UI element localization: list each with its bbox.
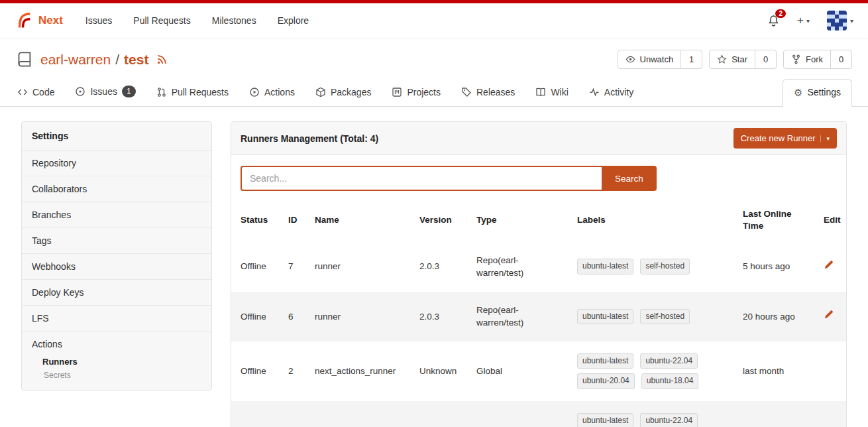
tab-packages[interactable]: Packages: [314, 80, 372, 106]
tab-issues[interactable]: Issues 1: [74, 78, 136, 106]
repo-tabbar: Code Issues 1 Pull Requests Actions Pack…: [0, 78, 868, 107]
runners-table: Status ID Name Version Type Labels Last …: [231, 199, 846, 427]
sidebar-title: Settings: [22, 122, 211, 150]
repo-owner-link[interactable]: earl-warren: [40, 52, 111, 68]
tab-label: Packages: [331, 87, 371, 97]
star-label: Star: [732, 54, 747, 64]
sidebar-item-secrets[interactable]: Secrets: [22, 369, 211, 381]
rss-icon[interactable]: [156, 54, 168, 65]
runner-last-online: last month: [733, 341, 814, 401]
repo-name-link[interactable]: test: [124, 52, 148, 68]
runner-edit-cell: [814, 242, 846, 292]
tab-settings[interactable]: ⚙ Settings: [783, 79, 852, 107]
tab-label: Pull Requests: [172, 87, 229, 97]
settings-sidebar: Settings Repository Collaborators Branch…: [21, 121, 212, 391]
tab-projects[interactable]: Projects: [390, 80, 442, 106]
label-chip: self-hosted: [640, 309, 690, 324]
eye-icon: [625, 54, 635, 64]
sidebar-item-tags[interactable]: Tags: [22, 227, 211, 253]
runner-row: Offline 7 runner 2.0.3 Repo(earl-warren/…: [231, 242, 846, 292]
tab-label: Issues: [90, 86, 117, 97]
forgejo-logo-icon: [15, 11, 33, 30]
label-chip: ubuntu-20.04: [577, 373, 635, 389]
nav-pull-requests[interactable]: Pull Requests: [133, 15, 190, 26]
brand-name: Next: [38, 14, 63, 27]
create-new-menu[interactable]: + ▾: [797, 14, 810, 27]
runner-status: Offline: [231, 401, 279, 427]
runner-row: Offline 6 runner 2.0.3 Repo(earl-warren/…: [231, 292, 846, 341]
unwatch-label: Unwatch: [640, 54, 674, 64]
tab-pull-requests[interactable]: Pull Requests: [155, 80, 230, 106]
sidebar-item-webhooks[interactable]: Webhooks: [22, 253, 211, 279]
nav-milestones[interactable]: Milestones: [212, 15, 256, 26]
home-link[interactable]: Next: [15, 11, 63, 30]
issues-count-badge: 1: [122, 86, 136, 97]
tab-label: Code: [32, 87, 54, 97]
search-bar: Search: [231, 155, 846, 199]
notifications-button[interactable]: 2: [767, 15, 780, 27]
label-chip: ubuntu-latest: [577, 413, 633, 427]
runner-edit-cell: [814, 341, 846, 401]
col-edit: Edit: [814, 199, 846, 241]
runner-id: 2: [279, 341, 305, 401]
edit-runner-button[interactable]: [824, 260, 834, 270]
runner-last-online: last month: [733, 401, 814, 427]
label-chip: ubuntu-22.04: [640, 353, 698, 369]
chevron-down-icon: ▾: [820, 135, 830, 142]
tab-label: Wiki: [551, 87, 568, 97]
runner-row: Offline 2 next_actions_runner Unknown Gl…: [231, 341, 846, 401]
fork-button-group: Fork 0: [783, 50, 852, 69]
chevron-down-icon: ▾: [806, 17, 810, 25]
runner-last-online: 5 hours ago: [733, 242, 814, 292]
col-last-online: Last Online Time: [733, 199, 814, 241]
runner-last-online: 20 hours ago: [733, 292, 814, 341]
star-button[interactable]: Star: [709, 50, 755, 69]
tab-label: Settings: [807, 87, 841, 97]
stars-count[interactable]: 0: [755, 50, 777, 69]
runner-edit-cell: [814, 292, 846, 341]
edit-runner-button[interactable]: [824, 310, 834, 320]
col-status: Status: [231, 199, 279, 241]
repo-header: earl-warren / test Unwatch 1 Star 0: [0, 38, 868, 78]
runner-status: Offline: [231, 341, 279, 401]
label-chip: self-hosted: [640, 259, 690, 274]
tab-actions[interactable]: Actions: [248, 80, 296, 106]
sidebar-item-lfs[interactable]: LFS: [22, 305, 211, 331]
pulse-icon: [589, 87, 600, 97]
nav-issues[interactable]: Issues: [85, 15, 112, 26]
runner-type: Repo(earl-warren/test): [467, 292, 568, 341]
user-menu[interactable]: ▾: [827, 11, 853, 30]
navbar-right: 2 + ▾ ▾: [767, 11, 853, 30]
sidebar-item-collaborators[interactable]: Collaborators: [22, 176, 211, 202]
runner-name: runner: [305, 242, 410, 292]
sidebar-item-deploy-keys[interactable]: Deploy Keys: [22, 279, 211, 305]
sidebar-item-repository[interactable]: Repository: [22, 150, 211, 176]
col-id: ID: [279, 199, 305, 241]
runner-type: Repo(earl-warren/test): [467, 242, 568, 292]
runner-id: 6: [279, 292, 305, 341]
tab-activity[interactable]: Activity: [588, 80, 635, 106]
nav-explore[interactable]: Explore: [278, 15, 309, 26]
tab-releases[interactable]: Releases: [460, 80, 516, 106]
create-runner-label: Create new Runner: [741, 133, 816, 143]
search-button[interactable]: Search: [602, 166, 657, 191]
panel-header: Runners Management (Total: 4) Create new…: [231, 122, 846, 155]
chevron-down-icon: ▾: [850, 17, 853, 25]
tab-wiki[interactable]: Wiki: [534, 80, 569, 106]
fork-button[interactable]: Fork: [783, 50, 831, 69]
tag-icon: [461, 87, 472, 97]
col-labels: Labels: [568, 199, 733, 241]
watchers-count[interactable]: 1: [681, 50, 702, 69]
forks-count[interactable]: 0: [831, 50, 852, 69]
create-runner-button[interactable]: Create new Runner ▾: [733, 128, 837, 149]
sidebar-item-branches[interactable]: Branches: [22, 202, 211, 227]
sidebar-item-runners[interactable]: Runners: [22, 355, 211, 369]
tab-label: Activity: [604, 87, 633, 97]
col-version: Version: [410, 199, 467, 241]
plus-icon: +: [797, 14, 804, 27]
search-input[interactable]: [241, 166, 602, 191]
sidebar-item-actions[interactable]: Actions: [22, 339, 211, 355]
label-chip: ubuntu-18.04: [641, 373, 699, 389]
unwatch-button[interactable]: Unwatch: [618, 50, 682, 69]
tab-code[interactable]: Code: [16, 80, 56, 106]
